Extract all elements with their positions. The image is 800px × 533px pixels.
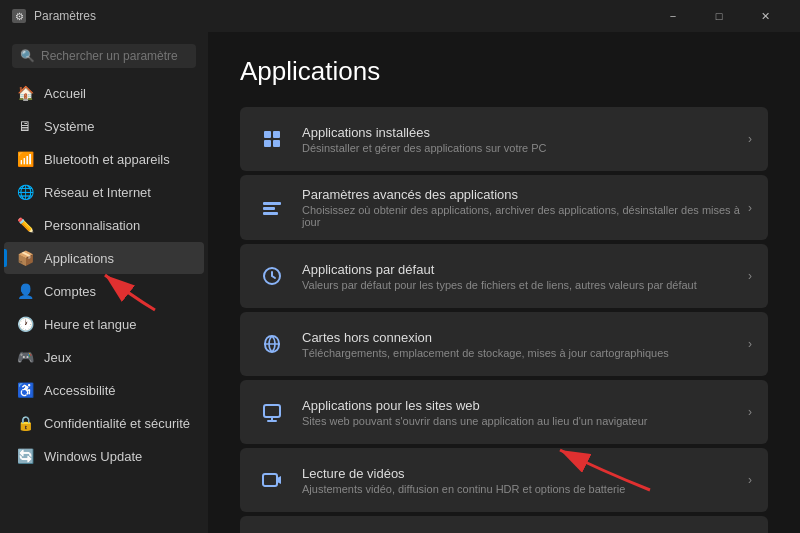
nav-icon-comptes: 👤 <box>16 282 34 300</box>
settings-text-advanced: Paramètres avancés des applications Choi… <box>302 187 740 228</box>
nav-icon-perso: ✏️ <box>16 216 34 234</box>
minimize-button[interactable]: − <box>650 0 696 32</box>
nav-label-jeux: Jeux <box>44 350 71 365</box>
settings-title-advanced: Paramètres avancés des applications <box>302 187 740 202</box>
nav-icon-reseau: 🌐 <box>16 183 34 201</box>
main-content: Applications Applications installées Dés… <box>208 32 800 533</box>
settings-item-advanced[interactable]: Paramètres avancés des applications Choi… <box>240 175 768 240</box>
nav-label-comptes: Comptes <box>44 284 96 299</box>
app-container: 🔍 🏠 Accueil 🖥 Système 📶 Bluetooth et app… <box>0 32 800 533</box>
settings-text-websites: Applications pour les sites web Sites we… <box>302 398 647 427</box>
settings-desc-video: Ajustements vidéo, diffusion en continu … <box>302 483 625 495</box>
settings-item-left-websites: Applications pour les sites web Sites we… <box>256 396 647 428</box>
nav-icon-jeux: 🎮 <box>16 348 34 366</box>
nav-icon-update: 🔄 <box>16 447 34 465</box>
settings-title-video: Lecture de vidéos <box>302 466 625 481</box>
nav-icon-bluetooth: 📶 <box>16 150 34 168</box>
nav-label-accueil: Accueil <box>44 86 86 101</box>
settings-title-installed: Applications installées <box>302 125 547 140</box>
settings-icon-video <box>256 464 288 496</box>
nav-label-bluetooth: Bluetooth et appareils <box>44 152 170 167</box>
nav-icon-applications: 📦 <box>16 249 34 267</box>
nav-icon-systeme: 🖥 <box>16 117 34 135</box>
settings-item-left-default: Applications par défaut Valeurs par défa… <box>256 260 697 292</box>
settings-item-offline[interactable]: Cartes hors connexion Téléchargements, e… <box>240 312 768 376</box>
settings-text-video: Lecture de vidéos Ajustements vidéo, dif… <box>302 466 625 495</box>
settings-desc-installed: Désinstaller et gérer des applications s… <box>302 142 547 154</box>
sidebar-nav: 🏠 Accueil 🖥 Système 📶 Bluetooth et appar… <box>0 76 208 525</box>
sidebar-item-comptes[interactable]: 👤 Comptes <box>4 275 204 307</box>
title-bar-title: Paramètres <box>34 9 96 23</box>
nav-label-perso: Personnalisation <box>44 218 140 233</box>
search-icon: 🔍 <box>20 49 35 63</box>
svg-rect-2 <box>264 140 271 147</box>
sidebar-item-jeux[interactable]: 🎮 Jeux <box>4 341 204 373</box>
chevron-icon-offline: › <box>748 337 752 351</box>
settings-item-video[interactable]: Lecture de vidéos Ajustements vidéo, dif… <box>240 448 768 512</box>
nav-label-reseau: Réseau et Internet <box>44 185 151 200</box>
settings-icon-websites <box>256 396 288 428</box>
sidebar-item-update[interactable]: 🔄 Windows Update <box>4 440 204 472</box>
sidebar-item-applications[interactable]: 📦 Applications <box>4 242 204 274</box>
search-box[interactable]: 🔍 <box>12 44 196 68</box>
settings-icon-offline <box>256 328 288 360</box>
close-button[interactable]: ✕ <box>742 0 788 32</box>
svg-rect-6 <box>263 212 278 215</box>
nav-icon-accessibilite: ♿ <box>16 381 34 399</box>
sidebar-item-bluetooth[interactable]: 📶 Bluetooth et appareils <box>4 143 204 175</box>
chevron-icon-advanced: › <box>748 201 752 215</box>
sidebar-item-perso[interactable]: ✏️ Personnalisation <box>4 209 204 241</box>
settings-item-left-advanced: Paramètres avancés des applications Choi… <box>256 187 740 228</box>
svg-rect-4 <box>263 202 281 205</box>
sidebar-item-accueil[interactable]: 🏠 Accueil <box>4 77 204 109</box>
svg-rect-0 <box>264 131 271 138</box>
settings-text-offline: Cartes hors connexion Téléchargements, e… <box>302 330 669 359</box>
chevron-icon-installed: › <box>748 132 752 146</box>
nav-label-heure: Heure et langue <box>44 317 137 332</box>
settings-text-installed: Applications installées Désinstaller et … <box>302 125 547 154</box>
settings-item-default[interactable]: Applications par défaut Valeurs par défa… <box>240 244 768 308</box>
sidebar-item-systeme[interactable]: 🖥 Système <box>4 110 204 142</box>
nav-label-applications: Applications <box>44 251 114 266</box>
chevron-icon-video: › <box>748 473 752 487</box>
settings-item-left-video: Lecture de vidéos Ajustements vidéo, dif… <box>256 464 625 496</box>
maximize-button[interactable]: □ <box>696 0 742 32</box>
chevron-icon-websites: › <box>748 405 752 419</box>
settings-desc-default: Valeurs par défaut pour les types de fic… <box>302 279 697 291</box>
settings-item-left-offline: Cartes hors connexion Téléchargements, e… <box>256 328 669 360</box>
svg-rect-5 <box>263 207 275 210</box>
settings-text-default: Applications par défaut Valeurs par défa… <box>302 262 697 291</box>
settings-desc-advanced: Choisissez où obtenir des applications, … <box>302 204 740 228</box>
settings-item-demarrage[interactable]: Démarrage Applications qui démarrent aut… <box>240 516 768 533</box>
page-title: Applications <box>240 56 768 87</box>
settings-title-default: Applications par défaut <box>302 262 697 277</box>
nav-icon-heure: 🕐 <box>16 315 34 333</box>
search-input[interactable] <box>41 49 188 63</box>
nav-label-accessibilite: Accessibilité <box>44 383 116 398</box>
settings-icon-installed <box>256 123 288 155</box>
sidebar-item-heure[interactable]: 🕐 Heure et langue <box>4 308 204 340</box>
sidebar-item-reseau[interactable]: 🌐 Réseau et Internet <box>4 176 204 208</box>
settings-title-offline: Cartes hors connexion <box>302 330 669 345</box>
svg-rect-3 <box>273 140 280 147</box>
chevron-icon-default: › <box>748 269 752 283</box>
nav-label-systeme: Système <box>44 119 95 134</box>
svg-rect-1 <box>273 131 280 138</box>
sidebar-item-accessibilite[interactable]: ♿ Accessibilité <box>4 374 204 406</box>
app-icon: ⚙ <box>12 9 26 23</box>
settings-item-installed[interactable]: Applications installées Désinstaller et … <box>240 107 768 171</box>
title-bar: ⚙ Paramètres − □ ✕ <box>0 0 800 32</box>
nav-label-update: Windows Update <box>44 449 142 464</box>
svg-rect-9 <box>263 474 277 486</box>
settings-icon-default <box>256 260 288 292</box>
settings-item-websites[interactable]: Applications pour les sites web Sites we… <box>240 380 768 444</box>
settings-desc-websites: Sites web pouvant s'ouvrir dans une appl… <box>302 415 647 427</box>
settings-desc-offline: Téléchargements, emplacement de stockage… <box>302 347 669 359</box>
settings-title-websites: Applications pour les sites web <box>302 398 647 413</box>
sidebar: 🔍 🏠 Accueil 🖥 Système 📶 Bluetooth et app… <box>0 32 208 533</box>
settings-item-left-installed: Applications installées Désinstaller et … <box>256 123 547 155</box>
sidebar-item-confidentialite[interactable]: 🔒 Confidentialité et sécurité <box>4 407 204 439</box>
settings-list: Applications installées Désinstaller et … <box>240 107 768 533</box>
svg-rect-8 <box>264 405 280 417</box>
nav-icon-confidentialite: 🔒 <box>16 414 34 432</box>
